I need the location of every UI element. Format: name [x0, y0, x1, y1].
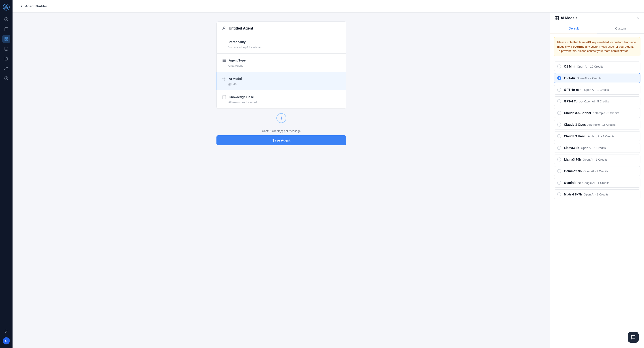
model-item-claude-3-haiku[interactable]: Claude 3 Haiku Anthropic - 1 Credits — [554, 131, 640, 141]
panel-title: AI Models — [555, 16, 578, 20]
sidebar-item-docs[interactable] — [2, 54, 10, 62]
svg-point-12 — [5, 67, 6, 68]
sidebar-item-chat[interactable] — [2, 25, 10, 33]
model-name-gpt-4-turbo: GPT-4 Turbo Open AI - 5 Credits — [564, 100, 609, 103]
sidebar-item-database[interactable] — [2, 45, 10, 53]
sidebar-item-dashboard[interactable] — [2, 15, 10, 23]
model-name-gpt-4o: GPT-4o Open AI - 2 Credits — [564, 76, 601, 80]
ai-model-title: AI Model — [229, 77, 242, 80]
model-list: O1 Mini Open AI - 10 CreditsGPT-4o Open … — [550, 60, 644, 348]
model-item-gemini-pro[interactable]: Gemini Pro Google AI - 1 Credits — [554, 178, 640, 188]
app-logo[interactable] — [3, 4, 10, 11]
radio-gpt-4o-mini — [557, 88, 561, 92]
model-item-llama3-70b[interactable]: Llama3 70b Open AI - 1 Credits — [554, 154, 640, 164]
svg-rect-25 — [555, 16, 557, 18]
builder-center: Untitled Agent Personality You are a hel… — [12, 12, 550, 348]
topbar: Agent Builder — [12, 0, 644, 12]
svg-point-4 — [4, 8, 6, 9]
panel-title-text: AI Models — [560, 16, 578, 20]
knowledge-base-title: Knowledge Base — [229, 95, 254, 99]
svg-rect-9 — [7, 39, 8, 40]
radio-gpt-4-turbo — [557, 99, 561, 103]
sidebar-item-users[interactable] — [2, 64, 10, 72]
model-item-claude-3-opus[interactable]: Claude 3 Opus Anthropic - 15 Credits — [554, 120, 640, 130]
model-item-gemma2-9b[interactable]: Gemma2 9b Open AI - 1 Credits — [554, 166, 640, 176]
chat-fab-button[interactable] — [628, 332, 639, 343]
svg-point-6 — [6, 19, 7, 20]
sidebar: C — [0, 0, 12, 348]
sidebar-item-builder[interactable] — [2, 35, 10, 43]
svg-rect-10 — [5, 39, 6, 40]
model-name-claude-3-5-sonnet: Claude 3.5 Sonnet Anthropic - 2 Credits — [564, 111, 619, 115]
ai-model-value: gpt-4o — [222, 82, 340, 86]
radio-llama3-70b — [557, 158, 561, 162]
model-item-claude-3-5-sonnet[interactable]: Claude 3.5 Sonnet Anthropic - 2 Credits — [554, 108, 640, 118]
page-title: Agent Builder — [25, 4, 47, 8]
agent-name-card[interactable]: Untitled Agent — [216, 22, 346, 35]
knowledge-base-card[interactable]: Knowledge Base All resources included — [216, 90, 346, 109]
personality-card[interactable]: Personality You are a helpful assistant. — [216, 35, 346, 54]
personality-title: Personality — [229, 40, 246, 44]
radio-claude-3-opus — [557, 122, 561, 126]
panel-header: AI Models × — [550, 12, 644, 24]
cost-label: Cost: 2 Credit(s) per message — [262, 129, 300, 132]
tab-custom[interactable]: Custom — [597, 24, 644, 33]
svg-rect-7 — [5, 37, 6, 38]
svg-point-3 — [7, 8, 8, 9]
svg-rect-28 — [555, 18, 557, 20]
model-item-llama3-8b[interactable]: Llama3 8b Open AI - 1 Credits — [554, 143, 640, 153]
ai-models-icon — [555, 16, 559, 20]
model-name-gemini-pro: Gemini Pro Google AI - 1 Credits — [564, 181, 609, 184]
radio-claude-3-5-sonnet — [557, 111, 561, 115]
sidebar-item-messages[interactable] — [2, 74, 10, 82]
model-name-gemma2-9b: Gemma2 9b Open AI - 1 Credits — [564, 169, 608, 173]
main-area: Agent Builder Untitled Agent Personalit — [12, 0, 644, 348]
agent-type-card[interactable]: Agent Type Chat Agent — [216, 54, 346, 72]
svg-point-22 — [224, 78, 225, 80]
agent-type-title: Agent Type — [229, 58, 246, 62]
save-agent-button[interactable]: Save Agent — [216, 135, 346, 145]
panel-tabs: Default Custom — [550, 24, 644, 34]
model-name-gpt-4o-mini: GPT-4o-mini Open AI - 1 Credits — [564, 88, 609, 92]
model-item-gpt-4-turbo[interactable]: GPT-4 Turbo Open AI - 5 Credits — [554, 96, 640, 106]
model-name-mixtral-8x7b: Mixtral 8x7b Open AI - 1 Credits — [564, 192, 608, 196]
svg-rect-8 — [7, 37, 8, 38]
user-avatar[interactable]: C — [3, 337, 10, 344]
notice-text-bold: will override — [568, 45, 584, 48]
svg-point-5 — [5, 18, 8, 21]
sidebar-item-settings[interactable] — [2, 328, 10, 336]
model-item-gpt-4o[interactable]: GPT-4o Open AI - 2 Credits — [554, 73, 640, 83]
radio-gemini-pro — [557, 181, 561, 185]
model-item-o1-mini[interactable]: O1 Mini Open AI - 10 Credits — [554, 62, 640, 71]
radio-llama3-8b — [557, 146, 561, 150]
model-name-o1-mini: O1 Mini Open AI - 10 Credits — [564, 65, 603, 68]
radio-o1-mini — [557, 64, 561, 68]
radio-claude-3-haiku — [557, 134, 561, 138]
radio-mixtral-8x7b — [557, 192, 561, 196]
model-name-llama3-70b: Llama3 70b Open AI - 1 Credits — [564, 158, 607, 161]
ai-model-card[interactable]: AI Model gpt-4o — [216, 72, 346, 90]
content-area: Untitled Agent Personality You are a hel… — [12, 12, 644, 348]
model-item-gpt-4o-mini[interactable]: GPT-4o-mini Open AI - 1 Credits — [554, 85, 640, 94]
agent-type-value: Chat Agent — [222, 64, 340, 67]
svg-rect-26 — [557, 16, 558, 18]
svg-rect-27 — [557, 18, 558, 20]
ai-models-panel: AI Models × Default Custom Please note t… — [550, 12, 644, 348]
tab-default[interactable]: Default — [550, 24, 597, 33]
close-panel-button[interactable]: × — [637, 16, 640, 20]
personality-value: You are a helpful assistant. — [222, 46, 340, 49]
knowledge-base-value: All resources included — [222, 101, 340, 104]
svg-point-14 — [6, 331, 7, 332]
model-name-llama3-8b: Llama3 8b Open AI - 1 Credits — [564, 146, 606, 150]
agent-name-text: Untitled Agent — [229, 26, 253, 30]
panel-notice: Please note that team API keys enabled f… — [554, 37, 640, 56]
model-name-claude-3-haiku: Claude 3 Haiku Anthropic - 1 Credits — [564, 134, 614, 138]
radio-gemma2-9b — [557, 169, 561, 173]
back-button[interactable]: Agent Builder — [20, 4, 47, 8]
model-name-claude-3-opus: Claude 3 Opus Anthropic - 15 Credits — [564, 123, 616, 126]
model-item-mixtral-8x7b[interactable]: Mixtral 8x7b Open AI - 1 Credits — [554, 190, 640, 199]
svg-point-11 — [5, 47, 8, 48]
add-block-button[interactable] — [276, 113, 286, 123]
radio-gpt-4o — [557, 76, 561, 80]
svg-point-2 — [6, 5, 7, 6]
